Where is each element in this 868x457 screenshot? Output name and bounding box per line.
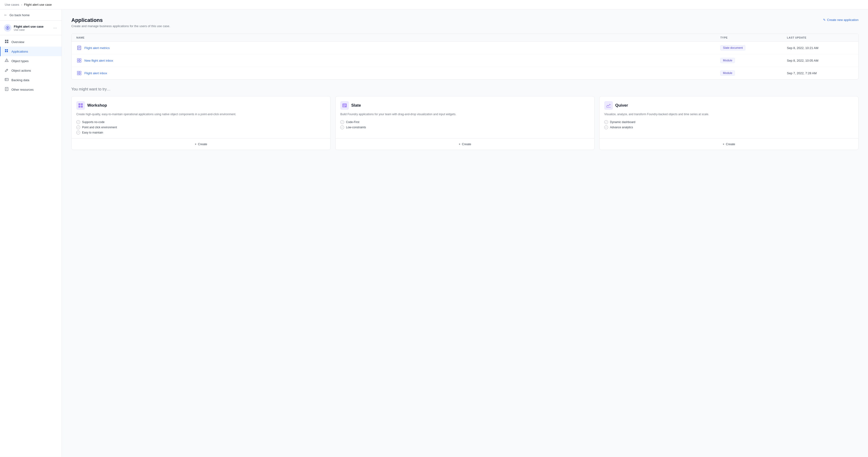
sidebar-item-object-actions[interactable]: Object actions xyxy=(0,66,62,75)
use-case-icon xyxy=(4,24,11,32)
svg-rect-27 xyxy=(77,61,79,62)
quiver-title-row: Quiver xyxy=(604,101,854,110)
check-icon: ✓ xyxy=(340,125,344,129)
object-actions-icon xyxy=(4,68,9,73)
go-back-home-button[interactable]: ← Go back home xyxy=(0,9,62,21)
check-icon: ✓ xyxy=(340,120,344,124)
sidebar-item-applications[interactable]: Applications xyxy=(0,47,62,56)
svg-rect-36 xyxy=(81,106,83,108)
go-back-label: Go back home xyxy=(9,13,30,17)
quiver-card: Quiver Visualize, analyze, and transform… xyxy=(599,96,859,150)
backing-data-icon xyxy=(4,78,9,82)
slate-feature-0: ✓ Code-First xyxy=(340,120,590,124)
workshop-feature-0: ✓ Supports no-code xyxy=(76,120,326,124)
header-type: TYPE xyxy=(720,36,787,39)
slate-document-icon xyxy=(76,45,82,51)
table-row: Flight alert inbox Module Sep 7, 2022, 7… xyxy=(71,67,858,79)
svg-rect-7 xyxy=(7,42,8,43)
check-icon: ✓ xyxy=(76,120,80,124)
quiver-footer: + Create xyxy=(599,138,858,150)
quiver-name: Quiver xyxy=(615,103,628,108)
svg-rect-9 xyxy=(5,51,6,52)
workshop-title-row: Workshop xyxy=(76,101,326,110)
svg-rect-30 xyxy=(80,71,81,73)
workshop-feature-2: ✓ Easy to maintain xyxy=(76,131,326,135)
svg-rect-4 xyxy=(5,40,6,41)
plus-icon: + xyxy=(723,142,724,146)
pencil-icon: ✎ xyxy=(823,18,826,22)
plus-icon: + xyxy=(459,142,461,146)
quiver-create-button[interactable]: + Create xyxy=(604,141,854,147)
create-new-application-button[interactable]: ✎ Create new application xyxy=(823,17,859,22)
app-last-update-0: Sep 8, 2022, 10:21 AM xyxy=(787,46,854,50)
svg-rect-32 xyxy=(80,73,81,75)
use-case-menu-button[interactable]: ··· xyxy=(52,25,58,31)
app-name-flight-alert-inbox[interactable]: Flight alert inbox xyxy=(76,70,720,76)
sidebar-item-backing-data[interactable]: Backing data xyxy=(0,75,62,85)
suggestions-grid: Workshop Create high-quality, easy-to-ma… xyxy=(71,96,859,150)
svg-point-2 xyxy=(7,26,8,27)
quiver-icon xyxy=(604,101,613,110)
check-icon: ✓ xyxy=(604,120,608,124)
plus-icon: + xyxy=(195,142,197,146)
breadcrumb-parent[interactable]: Use cases xyxy=(5,3,19,6)
app-name-flight-alert-metrics[interactable]: Flight alert metrics xyxy=(76,45,720,51)
header-name: NAME xyxy=(76,36,720,39)
quiver-feature-0: ✓ Dynamic dashboard xyxy=(604,120,854,124)
app-type-module-2: Module xyxy=(720,70,787,76)
main-content: Applications Create and manage business … xyxy=(62,9,868,457)
table-row: New flight alert inbox Module Sep 8, 202… xyxy=(71,54,858,67)
svg-point-3 xyxy=(7,29,8,30)
applications-label: Applications xyxy=(11,50,28,53)
slate-footer: + Create xyxy=(336,138,594,150)
table-row: Flight alert metrics Slate document Sep … xyxy=(71,42,858,54)
svg-rect-35 xyxy=(79,106,81,108)
breadcrumb-separator: › xyxy=(21,3,22,6)
svg-marker-12 xyxy=(5,59,8,62)
page-header-text: Applications Create and manage business … xyxy=(71,17,170,28)
workshop-features: ✓ Supports no-code ✓ Point and click env… xyxy=(76,120,326,135)
check-icon: ✓ xyxy=(604,125,608,129)
sidebar-item-object-types[interactable]: Object types xyxy=(0,56,62,66)
slate-features: ✓ Code-First ✓ Low-constraints xyxy=(340,120,590,129)
page-title: Applications xyxy=(71,17,170,23)
other-resources-icon xyxy=(4,87,9,92)
quiver-desc: Visualize, analyze, and transform Foundr… xyxy=(604,112,854,116)
svg-rect-25 xyxy=(77,59,79,60)
use-case-sub: Use case xyxy=(14,28,50,31)
app-last-update-2: Sep 7, 2022, 7:28 AM xyxy=(787,72,854,75)
object-actions-label: Object actions xyxy=(11,69,31,73)
svg-rect-31 xyxy=(77,73,79,75)
sidebar: ← Go back home Flight alert use case Use… xyxy=(0,9,62,457)
app-type-slate-document: Slate document xyxy=(720,45,787,51)
quiver-feature-1: ✓ Advance analytics xyxy=(604,125,854,129)
slate-desc: Build Foundry applications for your team… xyxy=(340,112,590,116)
svg-rect-14 xyxy=(5,78,8,81)
slate-title-row: Slate xyxy=(340,101,590,110)
svg-rect-26 xyxy=(80,59,81,60)
page-header: Applications Create and manage business … xyxy=(71,17,859,28)
check-icon: ✓ xyxy=(76,131,80,135)
slate-icon xyxy=(340,101,349,110)
svg-rect-33 xyxy=(79,103,81,105)
overview-icon xyxy=(4,39,9,44)
workshop-create-button[interactable]: + Create xyxy=(76,141,326,147)
sidebar-nav: Overview Applications Object types xyxy=(0,35,62,96)
sidebar-identity: Flight alert use case Use case ··· xyxy=(0,21,62,35)
app-last-update-1: Sep 8, 2022, 10:05 AM xyxy=(787,59,854,62)
slate-create-button[interactable]: + Create xyxy=(340,141,590,147)
sidebar-item-other-resources[interactable]: Other resources xyxy=(0,85,62,94)
slate-name: Slate xyxy=(351,103,361,108)
svg-rect-11 xyxy=(7,51,8,52)
sidebar-item-overview[interactable]: Overview xyxy=(0,37,62,47)
slate-feature-1: ✓ Low-constraints xyxy=(340,125,590,129)
quiver-card-body: Quiver Visualize, analyze, and transform… xyxy=(599,96,858,138)
workshop-footer: + Create xyxy=(71,138,330,150)
use-case-name: Flight alert use case xyxy=(14,25,50,28)
app-name-new-flight-alert-inbox[interactable]: New flight alert inbox xyxy=(76,58,720,63)
svg-rect-29 xyxy=(77,71,79,73)
check-icon: ✓ xyxy=(76,125,80,129)
module-icon-2 xyxy=(76,70,82,76)
svg-rect-5 xyxy=(7,40,8,41)
module-icon-1 xyxy=(76,58,82,63)
